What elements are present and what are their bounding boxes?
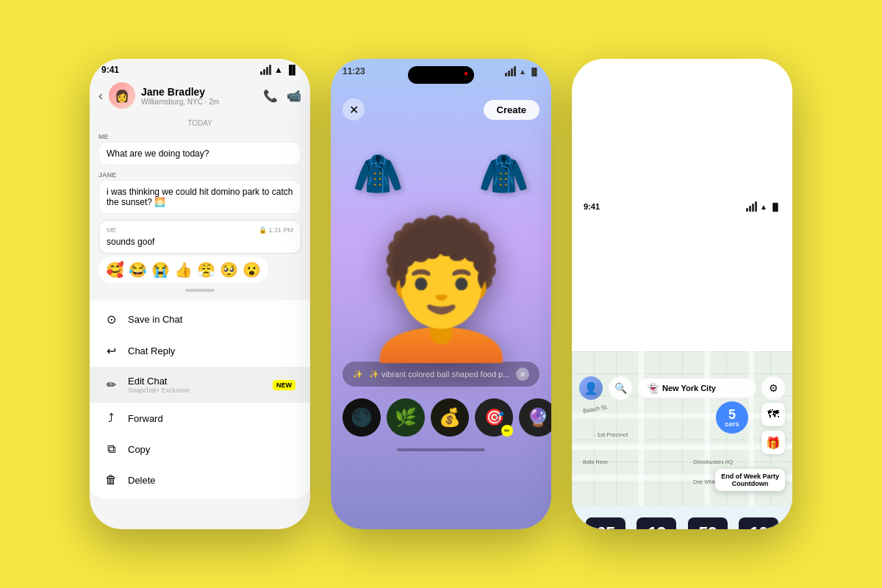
emoji-2[interactable]: 😂	[129, 261, 147, 279]
map-event-popup[interactable]: End of Week Party Countdown	[715, 469, 785, 491]
chat-text-jane-1: i was thinking we could hit domino park …	[107, 187, 293, 207]
menu-item-delete[interactable]: 🗑 Delete	[90, 465, 310, 495]
menu-reply-label: Chat Reply	[128, 345, 175, 356]
chat-action-icons-1: 📞 📹	[263, 89, 301, 103]
street-label-4: Ghostbusters HQ	[693, 459, 733, 465]
menu-item-save[interactable]: ⊙ Save in Chat	[90, 304, 310, 335]
signal-icon-3	[746, 201, 757, 212]
map-settings-button[interactable]: ⚙	[761, 376, 785, 400]
menu-edit-sublabel: Snapchat+ Exclusive	[128, 387, 262, 394]
emoji-3[interactable]: 😭	[151, 261, 170, 279]
wifi-icon-3: ▲	[760, 203, 767, 211]
timer-sep-3: :	[731, 525, 736, 530]
status-time-3: 9:41	[584, 202, 600, 211]
timer-hours-num: 12	[644, 523, 669, 529]
clothing-option-right[interactable]: 🧥	[478, 150, 529, 198]
timer-hours-block: 12 HRS	[637, 517, 676, 529]
clothing-option-left[interactable]: 🧥	[353, 150, 404, 198]
chat-area-1: TODAY ME What are we doing today? JANE i…	[90, 113, 310, 301]
map-layers-button[interactable]: 🗺	[761, 403, 785, 426]
phone-1-chat: 9:41 ▲ ▐▌ ‹ 👩 Jane Bradley Williamsburg,…	[90, 59, 310, 529]
avatar-3d-figure: 🧑‍🦱	[359, 223, 524, 356]
avatar-app-header: ✕ Create	[331, 91, 551, 128]
map-search-button[interactable]: 🔍	[609, 376, 632, 400]
new-badge: NEW	[273, 380, 295, 390]
search-text-2: ✨ vibrant colored ball shaped food p...	[369, 370, 509, 379]
phone-3-map: 9:41 ▲ ▐▌ Beac	[572, 59, 792, 529]
timer-days-block: 05 DAYS	[586, 517, 625, 529]
chat-date-1: TODAY	[98, 119, 301, 127]
thumb-5[interactable]: 🔮	[519, 398, 551, 437]
map-location-text: New York City	[662, 384, 716, 392]
wifi-icon-1: ▲	[274, 65, 283, 75]
drag-handle	[185, 289, 215, 292]
map-location-badge[interactable]: 👻 New York City	[638, 379, 756, 398]
map-gift-button[interactable]: 🎁	[761, 431, 785, 454]
sparkle-icon: ✨	[353, 370, 363, 379]
menu-item-forward[interactable]: ⤴ Forward	[90, 403, 310, 434]
menu-item-edit[interactable]: ✏ Edit Chat Snapchat+ Exclusive NEW	[90, 367, 310, 403]
home-indicator-2	[397, 448, 485, 451]
emoji-5[interactable]: 😤	[197, 261, 215, 279]
save-icon: ⊙	[104, 312, 118, 326]
timer-sep-2: :	[679, 525, 684, 530]
close-button-2[interactable]: ✕	[343, 98, 365, 121]
status-right-3: ▲ ▐▌	[746, 201, 781, 212]
status-bar-3: 9:41 ▲ ▐▌	[572, 59, 792, 351]
signal-icon-2	[505, 66, 516, 76]
emoji-1[interactable]: 🥰	[106, 261, 124, 279]
menu-delete-label: Delete	[128, 475, 156, 486]
menu-item-reply[interactable]: ↩ Chat Reply	[90, 335, 310, 367]
street-label-3: Belle Reve	[583, 459, 608, 465]
edit-info: Edit Chat Snapchat+ Exclusive	[128, 376, 262, 394]
chat-bubble-me-1: What are we doing today?	[98, 142, 301, 165]
chat-text-me-2: sounds goof	[107, 237, 154, 247]
call-icon-1[interactable]: 📞	[263, 89, 278, 103]
msg-sender-me: ME	[107, 226, 117, 234]
timer-mins-block: 59 MINS	[688, 517, 728, 529]
map-road-h-2	[572, 444, 792, 450]
close-search-icon[interactable]: ✕	[516, 368, 529, 381]
thumb-4[interactable]: 🎯 ✏	[475, 398, 513, 437]
video-icon-1[interactable]: 📹	[287, 89, 301, 103]
thumb-2[interactable]: 🌿	[387, 398, 425, 437]
sender-label-me: ME	[98, 133, 301, 140]
timer-mins-num: 59	[695, 523, 720, 529]
map-area: Beach St. · 1st Precinct Belle Reve Ghos…	[572, 351, 792, 506]
chat-text-me-1: What are we doing today?	[107, 148, 209, 159]
countdown-days-label: DAYS	[725, 422, 739, 427]
contact-info-1: Jane Bradley Williamsburg, NYC · 2m	[141, 86, 219, 106]
back-button-1[interactable]: ‹	[98, 88, 103, 104]
street-label-2: · 1st Precinct	[594, 431, 628, 438]
msg-timestamp: 🔒 1:31 PM	[259, 226, 293, 234]
avatar-search-bar[interactable]: ✨ ✨ vibrant colored ball shaped food p..…	[343, 362, 539, 387]
contact-name-1: Jane Bradley	[141, 86, 219, 98]
thumbnail-row: 🌑 🌿 💰 🎯 ✏ 🔮 ›	[331, 392, 551, 442]
recording-dot: ●	[464, 69, 468, 77]
edit-badge-icon: ✏	[501, 425, 513, 437]
menu-item-copy[interactable]: ⧉ Copy	[90, 434, 310, 465]
event-panel: 05 DAYS : 12 HRS : 59 MINS : 10 SECS	[572, 506, 792, 529]
thumb-1[interactable]: 🌑	[343, 398, 381, 437]
timer-days-num: 05	[593, 523, 618, 529]
sender-label-jane: JANE	[98, 171, 301, 179]
event-popup-line1: End of Week Party	[721, 473, 779, 480]
timer-sep-1: :	[628, 525, 634, 530]
chat-bubble-jane-1: i was thinking we could hit domino park …	[98, 180, 301, 214]
battery-icon-3: ▐▌	[770, 203, 781, 211]
phone-2-avatar: 11:23 ● ▲ ▐▌ ✕ Create 🧥 🧑‍🦱	[331, 59, 551, 529]
map-user-avatar[interactable]: 👤	[579, 376, 603, 400]
delete-icon: 🗑	[104, 473, 118, 487]
map-road-h-1	[572, 413, 792, 419]
chat-header-1: ‹ 👩 Jane Bradley Williamsburg, NYC · 2m …	[90, 78, 310, 113]
contact-avatar-1: 👩	[109, 82, 135, 109]
emoji-6[interactable]: 🥺	[220, 261, 238, 279]
avatar-scene: 🧥 🧑‍🦱 🧥	[331, 128, 551, 356]
menu-edit-label: Edit Chat	[128, 376, 262, 387]
thumb-3[interactable]: 💰	[431, 398, 469, 437]
emoji-4[interactable]: 👍	[174, 261, 193, 279]
dynamic-island: ●	[408, 66, 474, 84]
msg-meta: ME 🔒 1:31 PM	[107, 226, 293, 234]
create-button-2[interactable]: Create	[484, 100, 539, 120]
emoji-7[interactable]: 😮	[243, 261, 261, 279]
